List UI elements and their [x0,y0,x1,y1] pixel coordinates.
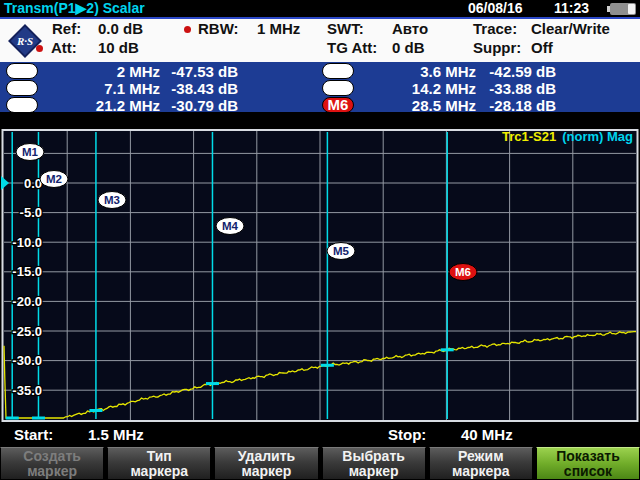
y-axis-label: -10.0 [12,235,42,250]
softkey-marker-type[interactable]: Типмаркера [107,447,211,480]
frequency-axis-bar: Start: 1.5 MHz Stop: 40 MHz [0,424,640,447]
marker-table-row: M12 MHz-47.53 dBM23.6 MHz-42.59 dB [0,62,640,79]
marker-bubble-label-M5: M5 [333,245,350,257]
softkey-label-line1: Создать [1,449,103,464]
marker-bubble-label-M2: M2 [46,173,62,185]
battery-charge-level [628,4,635,14]
stop-freq-value[interactable]: 40 MHz [461,426,513,443]
rbw-change-dot-icon [184,26,191,33]
instrument-screen: Transm(P1▶2) Scalar 06/08/16 11:23 R·S R… [0,0,640,480]
tg-att-value[interactable]: 0 dB [392,39,425,56]
svg-text:R·S: R·S [16,35,33,47]
swt-value[interactable]: Авто [392,20,428,37]
y-axis-label: 0.0 [24,176,42,191]
softkey-label-line1: Показать [537,449,639,464]
marker-bubble-label-M4: M4 [222,220,239,232]
trace-detector-label: (norm) Mag [562,129,633,144]
suppr-value[interactable]: Off [531,39,553,56]
softkey-label-line2: маркера [108,464,210,479]
rbw-label: RBW: [198,20,239,37]
att-change-dot-icon [36,45,43,52]
marker-freq-M3: 7.1 MHz [60,80,160,97]
start-freq-value[interactable]: 1.5 MHz [88,426,144,443]
marker-tick-M5 [321,364,334,367]
battery-icon [607,3,637,15]
y-axis-label: -20.0 [12,294,42,309]
marker-table: M12 MHz-47.53 dBM23.6 MHz-42.59 dBM37.1 … [0,62,640,113]
marker-tick-M6 [441,348,454,351]
stop-freq-label: Stop: [388,426,426,443]
marker-badge-M6[interactable]: M6 [322,97,354,113]
marker-bubble-label-M6: M6 [455,266,471,278]
softkey-delete-marker[interactable]: Удалитьмаркер [214,447,318,480]
softkey-show-list[interactable]: Показатьсписок [536,447,640,480]
y-axis-label: -35.0 [12,383,42,398]
marker-level-M3: -38.43 dB [160,80,238,97]
softkey-label-line1: Выбрать [323,449,425,464]
softkey-label-line2: маркер [215,464,317,479]
y-axis-label: -5.0 [20,205,42,220]
date-display: 06/08/16 [468,0,523,16]
softkey-marker-mode[interactable]: Режиммаркера [429,447,533,480]
marker-level-M4: -33.88 dB [478,80,556,97]
trace-mode-label: Trace: [473,20,517,37]
marker-bubble-label-M1: M1 [22,146,39,158]
marker-badge-M1[interactable]: M1 [6,63,38,79]
marker-bubble-label-M3: M3 [104,194,120,206]
marker-freq-M1: 2 MHz [60,63,160,80]
softkey-label-line1: Режим [430,449,532,464]
trace-info-label: Trc1-S21(norm) Mag [502,129,633,144]
softkey-create-marker[interactable]: Создатьмаркер [0,447,104,480]
ref-label: Ref: [52,20,81,37]
measurement-graph: 5.00.0-5.0-10.0-15.0-20.0-25.0-30.0-35.0… [0,112,640,447]
att-label: Att: [51,39,77,56]
marker-badge-M5[interactable]: M5 [6,97,38,113]
y-axis-label: -25.0 [12,324,42,339]
softkey-label-line2: маркер [323,464,425,479]
softkey-label-line2: маркера [430,464,532,479]
measurement-title: Transm(P1▶2) Scalar [4,0,145,16]
marker-tick-M1 [6,417,19,420]
marker-tick-M3 [89,409,102,412]
suppr-label: Suppr: [473,39,521,56]
y-axis-label: -15.0 [12,264,42,279]
softkey-label-line2: маркер [1,464,103,479]
trace-name-label: Trc1-S21 [502,129,556,144]
att-value[interactable]: 10 dB [98,39,139,56]
marker-freq-M4: 14.2 MHz [376,80,476,97]
y-axis-label: -30.0 [12,353,42,368]
marker-badge-M3[interactable]: M3 [6,80,38,96]
marker-level-M1: -47.53 dB [160,63,238,80]
softkey-select-marker[interactable]: Выбратьмаркер [322,447,426,480]
time-display: 11:23 [554,0,589,16]
marker-freq-M2: 3.6 MHz [376,63,476,80]
marker-table-row: M521.2 MHz-30.79 dBM628.5 MHz-28.18 dB [0,96,640,113]
ref-value[interactable]: 0.0 dB [98,20,143,37]
softkey-label-line2: список [537,464,639,479]
softkey-label-line1: Тип [108,449,210,464]
trace-mode-value[interactable]: Clear/Write [531,20,610,37]
start-freq-label: Start: [14,426,53,443]
marker-badge-M2[interactable]: M2 [322,63,354,79]
tg-att-label: TG Att: [327,39,377,56]
softkey-menu: СоздатьмаркерТипмаркераУдалитьмаркерВыбр… [0,447,640,480]
marker-tick-M2 [32,417,45,420]
marker-badge-M4[interactable]: M4 [322,80,354,96]
settings-bar: R·S Ref: 0.0 dB Att: 10 dB RBW: 1 MHz SW… [0,17,640,64]
marker-tick-M4 [206,382,219,385]
softkey-label-line1: Удалить [215,449,317,464]
rs-logo: R·S [5,21,45,61]
battery-body [610,3,636,15]
title-bar: Transm(P1▶2) Scalar 06/08/16 11:23 [0,0,640,17]
marker-table-row: M37.1 MHz-38.43 dBM414.2 MHz-33.88 dB [0,79,640,96]
swt-label: SWT: [327,20,364,37]
marker-level-M2: -42.59 dB [478,63,556,80]
rbw-value[interactable]: 1 MHz [257,20,300,37]
